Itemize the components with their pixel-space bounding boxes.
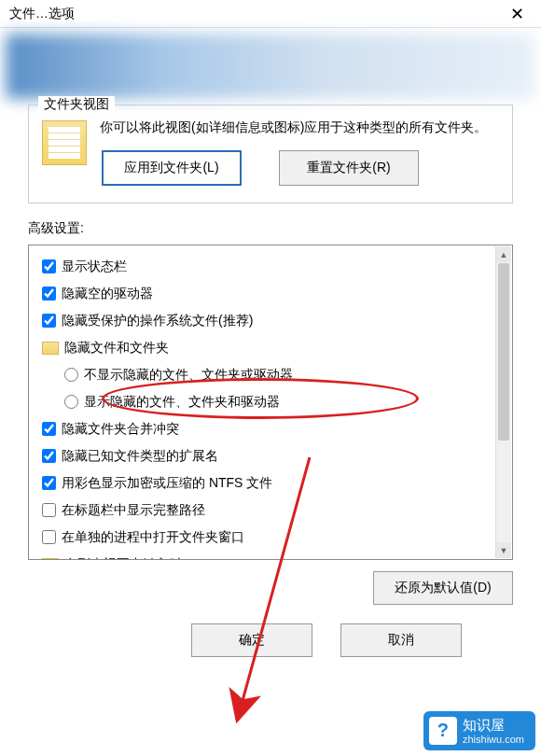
- checkbox[interactable]: [42, 503, 56, 517]
- tree-item[interactable]: 显示隐藏的文件、文件夹和驱动器: [35, 388, 506, 415]
- tree-item-label: 在标题栏中显示完整路径: [62, 500, 205, 520]
- restore-defaults-button[interactable]: 还原为默认值(D): [373, 571, 513, 605]
- radio[interactable]: [64, 368, 78, 382]
- tree-item[interactable]: 在单独的进程中打开文件夹窗口: [35, 524, 506, 551]
- tree-item-label: 显示状态栏: [62, 257, 127, 276]
- tree-item-label: 隐藏受保护的操作系统文件(推荐): [62, 311, 253, 330]
- checkbox[interactable]: [42, 314, 56, 328]
- title-bar: 文件…选项 ✕: [0, 0, 541, 28]
- tree-item[interactable]: 显示状态栏: [35, 253, 506, 280]
- tree-item[interactable]: 隐藏受保护的操作系统文件(推荐): [35, 307, 506, 334]
- watermark-url: zhishiwu.com: [463, 734, 524, 747]
- scrollbar[interactable]: ▲ ▼: [495, 246, 511, 558]
- tree-item[interactable]: 用彩色显示加密或压缩的 NTFS 文件: [35, 469, 506, 497]
- tree-item-label: 不显示隐藏的文件、文件夹或驱动器: [84, 365, 293, 385]
- scroll-thumb[interactable]: [498, 263, 509, 441]
- scroll-up-icon[interactable]: ▲: [496, 246, 511, 262]
- apply-to-folders-button[interactable]: 应用到文件夹(L): [102, 150, 242, 186]
- advanced-settings-tree: 显示状态栏隐藏空的驱动器隐藏受保护的操作系统文件(推荐)隐藏文件和文件夹不显示隐…: [28, 245, 513, 560]
- tree-item[interactable]: 在列表视图中键入时: [35, 551, 506, 560]
- blurred-region: [6, 34, 535, 99]
- checkbox[interactable]: [42, 449, 56, 463]
- tree-item-label: 显示隐藏的文件、文件夹和驱动器: [84, 392, 280, 412]
- folder-icon: [42, 558, 59, 561]
- folder-view-group: 文件夹视图 你可以将此视图(如详细信息或图标)应用于这种类型的所有文件夹。 应用…: [28, 105, 513, 203]
- checkbox[interactable]: [42, 287, 56, 301]
- folder-icon: [42, 120, 87, 165]
- checkbox[interactable]: [42, 422, 56, 436]
- watermark: ? 知识屋 zhishiwu.com: [423, 711, 535, 751]
- tree-item-label: 隐藏已知文件类型的扩展名: [62, 446, 218, 466]
- tree-item-label: 隐藏文件和文件夹: [64, 338, 169, 357]
- checkbox[interactable]: [42, 530, 56, 544]
- checkbox[interactable]: [42, 259, 56, 273]
- tree-item-label: 用彩色显示加密或压缩的 NTFS 文件: [62, 473, 272, 493]
- scroll-down-icon[interactable]: ▼: [496, 542, 511, 558]
- tree-item[interactable]: 隐藏空的驱动器: [35, 280, 506, 307]
- watermark-name: 知识屋: [463, 717, 524, 735]
- folder-icon: [42, 342, 59, 355]
- folder-view-legend: 文件夹视图: [38, 96, 115, 113]
- window-title: 文件…选项: [9, 6, 503, 22]
- advanced-settings-label: 高级设置:: [28, 220, 513, 237]
- tree-item-label: 在单独的进程中打开文件夹窗口: [62, 527, 244, 547]
- radio[interactable]: [64, 395, 78, 409]
- tree-item[interactable]: 隐藏已知文件类型的扩展名: [35, 442, 506, 469]
- tree-item[interactable]: 不显示隐藏的文件、文件夹或驱动器: [35, 361, 506, 388]
- tree-item-label: 隐藏空的驱动器: [62, 284, 153, 303]
- ok-button[interactable]: 确定: [191, 623, 312, 657]
- folder-view-desc: 你可以将此视图(如详细信息或图标)应用于这种类型的所有文件夹。: [100, 117, 499, 137]
- tree-item[interactable]: 隐藏文件和文件夹: [35, 334, 506, 361]
- cancel-button[interactable]: 取消: [340, 623, 462, 657]
- watermark-icon: ?: [429, 717, 457, 745]
- checkbox[interactable]: [42, 476, 56, 490]
- tree-item[interactable]: 隐藏文件夹合并冲突: [35, 415, 506, 442]
- tree-item-label: 在列表视图中键入时: [64, 554, 182, 560]
- tree-item[interactable]: 在标题栏中显示完整路径: [35, 497, 506, 524]
- reset-folders-button[interactable]: 重置文件夹(R): [279, 150, 419, 186]
- close-icon[interactable]: ✕: [503, 4, 532, 24]
- tree-item-label: 隐藏文件夹合并冲突: [62, 419, 179, 439]
